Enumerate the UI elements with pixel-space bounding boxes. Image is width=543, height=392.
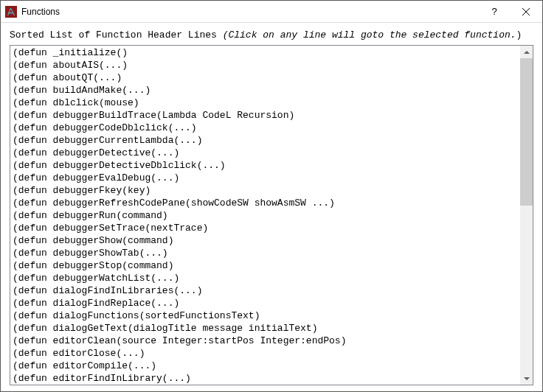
list-item[interactable]: (defun debuggerDetective(...) — [12, 147, 519, 159]
list-item[interactable]: (defun _initialize() — [12, 46, 519, 59]
list-item[interactable]: (defun debuggerCurrentLambda(...) — [12, 134, 519, 147]
list-item[interactable]: (defun dblclick(mouse) — [12, 97, 519, 109]
scroll-thumb[interactable] — [520, 58, 533, 206]
svg-rect-0 — [5, 6, 17, 18]
list-item[interactable]: (defun debuggerStop(command) — [12, 259, 519, 272]
function-listbox[interactable]: (defun _initialize()(defun aboutAIS(...)… — [10, 45, 533, 385]
scroll-up-button[interactable] — [520, 46, 533, 58]
list-item[interactable]: (defun debuggerRun(command) — [12, 209, 519, 222]
list-item[interactable]: (defun debuggerDetectiveDblclick(...) — [12, 159, 519, 172]
list-item[interactable]: (defun editorClose(...) — [12, 347, 519, 360]
list-item[interactable]: (defun debuggerRefreshCodePane(showCodeS… — [12, 197, 519, 209]
list-item[interactable]: (defun debuggerShowTab(...) — [12, 247, 519, 259]
list-item[interactable]: (defun dialogFindReplace(...) — [12, 297, 519, 309]
header-hint-close: ) — [516, 29, 522, 41]
window-title: Functions — [21, 7, 480, 17]
list-item[interactable]: (defun debuggerShow(command) — [12, 234, 519, 247]
list-item[interactable]: (defun aboutQT(...) — [12, 71, 519, 84]
list-item[interactable]: (defun editorClean(source Integer:startP… — [12, 335, 519, 347]
chevron-down-icon — [524, 377, 530, 380]
dialog-content: Sorted List of Function Header Lines (Cl… — [1, 23, 542, 391]
help-button[interactable]: ? — [480, 1, 509, 23]
list-item[interactable]: (defun aboutAIS(...) — [12, 59, 519, 71]
dialog-window: Functions ? Sorted List of Function Head… — [0, 0, 543, 392]
list-item[interactable]: (defun editorFindInLibrary(...) — [12, 372, 519, 385]
scrollbar-vertical[interactable] — [520, 46, 533, 385]
list-item[interactable]: (defun debuggerEvalDebug(...) — [12, 172, 519, 184]
list-item[interactable]: (defun dialogGetText(dialogTitle message… — [12, 322, 519, 335]
close-button[interactable] — [509, 1, 542, 23]
titlebar: Functions ? — [1, 1, 542, 23]
svg-rect-1 — [9, 13, 13, 13]
header-text: Sorted List of Function Header Lines — [10, 29, 223, 41]
header-hint: Click on any line will goto the selected… — [228, 29, 516, 41]
list-item[interactable]: (defun buildAndMake(...) — [12, 84, 519, 97]
list-item[interactable]: (defun debuggerFkey(key) — [12, 184, 519, 197]
function-list[interactable]: (defun _initialize()(defun aboutAIS(...)… — [10, 46, 520, 385]
chevron-up-icon — [524, 51, 530, 54]
scroll-down-button[interactable] — [520, 372, 533, 385]
list-item[interactable]: (defun editorCompile(...) — [12, 360, 519, 372]
list-item[interactable]: (defun debuggerSetTrace(nextTrace) — [12, 222, 519, 234]
list-header: Sorted List of Function Header Lines (Cl… — [10, 29, 533, 41]
app-icon — [5, 6, 17, 18]
list-item[interactable]: (defun dialogFunctions(sortedFunctionsTe… — [12, 309, 519, 322]
list-item[interactable]: (defun dialogFindInLibraries(...) — [12, 284, 519, 297]
list-item[interactable]: (defun debuggerBuildTrace(Lambda CodeL R… — [12, 109, 519, 122]
scroll-track[interactable] — [520, 58, 533, 372]
list-item[interactable]: (defun debuggerWatchList(...) — [12, 272, 519, 284]
list-item[interactable]: (defun debuggerCodeDblclick(...) — [12, 122, 519, 134]
